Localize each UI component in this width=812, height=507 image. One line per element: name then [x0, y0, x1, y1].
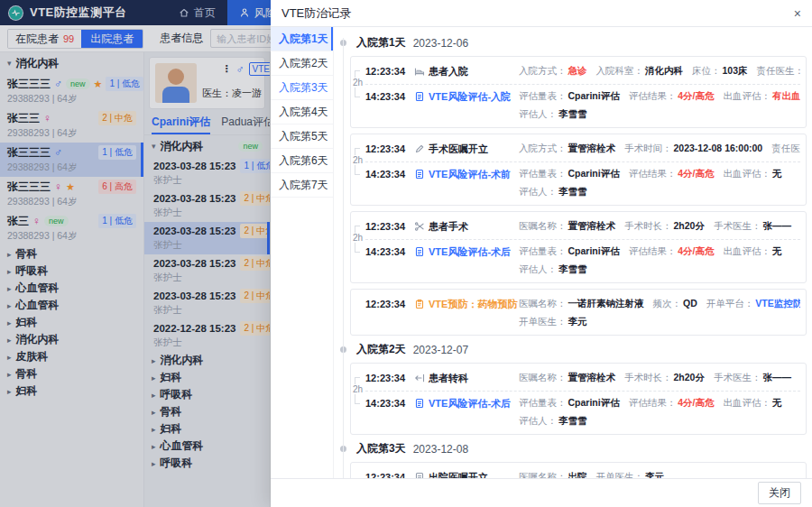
- event-time: 14:23:34: [365, 246, 414, 257]
- event-name-wrap[interactable]: VTE风险评估-术后: [414, 397, 519, 410]
- timeline-card[interactable]: 12:23:34患者转科医嘱名称：置管溶栓术手术时长：2h20分手术医生：张——…: [350, 363, 807, 435]
- event-name-wrap[interactable]: VTE风险评估-入院: [414, 90, 519, 104]
- event-name: 患者手术: [429, 220, 468, 234]
- field-pair: 评估人：李雪雪: [519, 413, 587, 428]
- discharge-doc-icon: [414, 472, 425, 478]
- field-pair: 评估量表：Cparini评估: [519, 397, 620, 410]
- field-value: 一诺肝素钠注射液: [568, 298, 644, 309]
- field-value: 103床: [723, 65, 748, 76]
- timeline-row: 14:23:34VTE风险评估-术后评估量表：Cparini评估评估结果：4分/…: [365, 395, 800, 411]
- field-pair: 出血评估：有出血风险: [723, 90, 800, 103]
- field-label: 责任医生：: [757, 65, 800, 76]
- gap-dash-line: [365, 84, 800, 85]
- drawer-day-tab-6[interactable]: 入院第6天: [271, 149, 333, 173]
- event-name-wrap[interactable]: VTE风险评估-术后: [414, 245, 519, 259]
- field-pair: 评估量表：Cparini评估: [519, 245, 620, 258]
- field-value: 2h20分: [674, 220, 705, 231]
- timeline-card[interactable]: 12:23:34出院医嘱开立医嘱名称：出院开单医生：李元: [350, 462, 807, 478]
- event-name-wrap[interactable]: 出院医嘱开立: [414, 471, 519, 479]
- day-header: 入院第3天2023-12-08: [334, 441, 807, 456]
- event-name-wrap[interactable]: VTE预防：药物预防: [414, 298, 519, 311]
- field-label: 医嘱名称：: [519, 471, 567, 478]
- field-label: 入院方式：: [519, 65, 567, 76]
- event-name-wrap[interactable]: 手术医嘱开立: [414, 143, 519, 156]
- event-name-wrap[interactable]: 患者手术: [414, 220, 519, 234]
- drawer-day-tab-4[interactable]: 入院第4天: [271, 100, 333, 124]
- field-value: 4分/高危: [678, 397, 714, 408]
- field-pair: 评估人：李雪雪: [519, 106, 587, 121]
- field-value: 张——: [762, 220, 791, 231]
- field-pair: 手术医生：张——: [714, 372, 791, 384]
- field-pair: 评估量表：Cparini评估: [519, 90, 620, 103]
- close-button[interactable]: 关闭: [758, 482, 801, 504]
- day-cards: 12:23:34出院医嘱开立医嘱名称：出院开单医生：李元12:23:34患者离院: [350, 462, 807, 478]
- drawer-title: VTE防治记录: [281, 5, 351, 22]
- event-fields-line2: 评估人：李雪雪: [519, 262, 800, 276]
- field-value: 张——: [762, 372, 791, 383]
- field-pair: 床位：103床: [692, 65, 748, 78]
- field-label: 床位：: [692, 65, 721, 76]
- event-name-wrap[interactable]: VTE风险评估-术前: [414, 168, 519, 181]
- timeline-row: 14:23:34VTE风险评估-术前评估量表：Cparini评估评估结果：4分/…: [365, 166, 800, 182]
- timeline-card[interactable]: 12:23:34患者手术医嘱名称：置管溶栓术手术时长：2h20分手术医生：张——…: [350, 211, 807, 283]
- drawer-day-tab-1[interactable]: 入院第1天: [271, 27, 333, 51]
- field-pair: 手术时长：2h20分: [624, 372, 705, 384]
- event-time: 14:23:34: [365, 398, 414, 409]
- event-fields: 评估量表：Cparini评估评估结果：4分/高危出血评估：无: [519, 245, 800, 258]
- field-value: 4分/高危: [678, 90, 714, 101]
- event-fields-line2: 评估人：李雪雪: [519, 413, 800, 428]
- drawer-day-tab-2[interactable]: 入院第2天: [271, 51, 333, 76]
- event-name: 患者转科: [429, 372, 468, 385]
- field-value: 无: [772, 168, 782, 179]
- field-label: 评估量表：: [519, 397, 567, 408]
- event-name: 手术医嘱开立: [429, 143, 488, 156]
- field-value: Cparini评估: [568, 245, 620, 256]
- field-label: 手术时间：: [624, 143, 672, 153]
- day-date: 2023-12-06: [413, 37, 468, 50]
- timeline-rail: [343, 38, 344, 478]
- timeline-card[interactable]: 12:23:34手术医嘱开立入院方式：置管溶栓术手术时间：2023-12-08 …: [350, 134, 807, 206]
- timeline-row: 12:23:34患者转科医嘱名称：置管溶栓术手术时长：2h20分手术医生：张——: [365, 370, 800, 386]
- field-value: Cparini评估: [568, 168, 620, 179]
- event-name-wrap[interactable]: 患者入院: [414, 65, 519, 78]
- event-name-wrap[interactable]: 患者转科: [414, 372, 519, 385]
- field-label: 评估量表：: [519, 90, 567, 101]
- field-pair: 评估结果：4分/高危: [629, 245, 715, 258]
- day-label: 入院第2天: [356, 342, 406, 357]
- field-value: 李雪雪: [558, 263, 587, 274]
- event-fields: 医嘱名称：出院开单医生：李元: [519, 471, 800, 478]
- close-icon[interactable]: ×: [794, 7, 801, 20]
- field-label: 手术时长：: [624, 372, 672, 383]
- field-pair: 评估结果：4分/高危: [629, 397, 715, 410]
- timeline-card[interactable]: 12:23:34患者入院入院方式：急诊入院科室：消化内科床位：103床责任医生：…: [350, 56, 807, 128]
- timeline-card[interactable]: 12:23:34VTE预防：药物预防医嘱名称：一诺肝素钠注射液频次：QD开单平台…: [350, 289, 807, 336]
- document-icon: [414, 398, 425, 409]
- field-pair: 频次：QD: [653, 298, 697, 310]
- event-fields: 评估量表：Cparini评估评估结果：4分/高危出血评估：无: [519, 168, 800, 180]
- timeline-row: 12:23:34VTE预防：药物预防医嘱名称：一诺肝素钠注射液频次：QD开单平台…: [365, 296, 800, 312]
- drawer-day-tab-7[interactable]: 入院第7天: [271, 173, 333, 198]
- drawer-day-tab-3[interactable]: 入院第3天: [271, 76, 333, 100]
- field-label: 评估人：: [519, 263, 557, 274]
- timeline-row: 14:23:34VTE风险评估-术后评估量表：Cparini评估评估结果：4分/…: [365, 244, 800, 260]
- field-value: 李雪雪: [558, 415, 587, 426]
- day-label: 入院第3天: [356, 441, 406, 456]
- event-time: 14:23:34: [365, 169, 414, 180]
- field-label: 评估人：: [519, 108, 557, 119]
- field-label: 手术时长：: [624, 220, 672, 231]
- field-pair: 医嘱名称：出院: [519, 471, 587, 478]
- field-pair: 医嘱名称：置管溶栓术: [519, 372, 615, 384]
- event-time: 12:23:34: [365, 143, 414, 154]
- gap-row: 2h: [365, 79, 800, 88]
- event-fields: 入院方式：置管溶栓术手术时间：2023-12-08 16:00:00责任医生：李…: [519, 143, 800, 155]
- document-icon: [414, 169, 425, 180]
- day-date: 2023-12-07: [413, 344, 468, 356]
- gap-row: 2h: [365, 157, 800, 166]
- field-pair: 出血评估：无: [723, 245, 781, 258]
- drawer-day-tab-5[interactable]: 入院第5天: [271, 124, 333, 149]
- field-value: 消化内科: [645, 65, 683, 76]
- event-fields: 评估量表：Cparini评估评估结果：4分/高危出血评估：无: [519, 397, 800, 410]
- pencil-icon: [414, 143, 425, 154]
- day-header: 入院第1天2023-12-06: [334, 35, 807, 51]
- event-name: VTE风险评估-术后: [429, 397, 511, 410]
